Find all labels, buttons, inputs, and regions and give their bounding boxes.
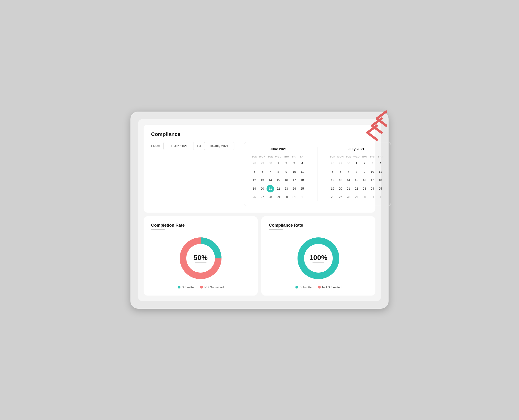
cal-day[interactable]: 24 [369,185,376,192]
cal-day[interactable]: 30 [361,193,368,201]
cal-day[interactable]: 29 [353,193,360,201]
cal-day[interactable]: 28 [267,193,274,201]
sun-header: SUN [251,154,258,159]
fri-header: FRI [290,154,298,159]
cal-day[interactable]: 19 [329,185,336,192]
cal-day[interactable]: 26 [251,193,258,201]
cal-day[interactable]: 15 [353,176,360,184]
to-label: TO [197,144,201,148]
cal-day[interactable]: 30 [282,193,290,201]
cal-day[interactable]: 16 [361,176,368,184]
cal-day[interactable]: 24 [290,185,298,192]
completion-rate-title: Completion Rate [151,223,185,228]
cal-day[interactable]: 4 [298,160,306,167]
from-date-input[interactable]: 30 Jun 2021 [163,142,194,150]
cal-day[interactable]: 17 [369,176,376,184]
cal-day[interactable]: 19 [251,185,258,192]
page-title: Compliance [151,131,368,137]
thu-header: THU [282,154,290,159]
cal-day[interactable]: 13 [337,176,344,184]
cal-day[interactable]: 7 [345,168,352,176]
completion-pct-underline [195,262,207,263]
calendar-june: June 2021 SUN MON TUE WED THU FRI SAT 28… [251,147,306,201]
submitted-dot [295,286,298,289]
cal-day[interactable]: 28 [345,193,352,201]
compliance-legend: Submitted Not Submitted [295,285,342,289]
cal-day[interactable]: 9 [282,168,290,176]
cal-day[interactable]: 22 [275,185,282,192]
cal-day[interactable]: 25 [298,185,306,192]
cal-day[interactable]: 6 [259,168,266,176]
cal-day[interactable]: 26 [329,193,336,201]
cal-day[interactable]: 20 [259,185,266,192]
cal-day[interactable]: 12 [251,176,258,184]
compliance-donut-label: 100% [310,253,327,263]
cal-day[interactable]: 23 [282,185,290,192]
compliance-donut-wrapper: 100% Submitted Not Submitted [269,235,368,289]
cal-day[interactable]: 18 [377,176,384,184]
cal-day[interactable]: 18 [298,176,306,184]
cal-day[interactable]: 28 [251,160,258,167]
compliance-submitted-legend: Submitted [295,285,313,289]
cal-day-selected[interactable]: 21 [267,185,274,192]
date-range: FROM 30 Jun 2021 TO 04 July 2021 [151,142,234,150]
june-title: June 2021 [251,147,306,151]
sun-header: SUN [329,154,336,159]
cal-day[interactable]: 3 [290,160,298,167]
main-content: Compliance FROM 30 Jun 2021 TO 04 July 2… [138,119,381,301]
cal-day[interactable]: 8 [275,168,282,176]
cal-day[interactable]: 27 [337,193,344,201]
completion-legend: Submitted Not Submitted [178,285,224,289]
sat-header: SAT [298,154,306,159]
cal-day[interactable]: 20 [337,185,344,192]
cal-day[interactable]: 5 [251,168,258,176]
cal-day[interactable]: 28 [329,160,336,167]
cal-day[interactable]: 25 [377,185,384,192]
cal-day[interactable]: 21 [345,185,352,192]
cal-day[interactable]: 11 [377,168,384,176]
cal-day[interactable]: 15 [275,176,282,184]
cal-day[interactable]: 2 [282,160,290,167]
cal-day[interactable]: 13 [259,176,266,184]
completion-submitted-legend: Submitted [178,285,196,289]
cal-day[interactable]: 1 [275,160,282,167]
cal-day[interactable]: 16 [282,176,290,184]
completion-rate-underline [151,229,165,230]
cal-day[interactable]: 9 [361,168,368,176]
cal-day[interactable]: 23 [361,185,368,192]
cal-day[interactable]: 8 [353,168,360,176]
cal-day[interactable]: 29 [259,160,266,167]
cal-day[interactable]: 31 [369,193,376,201]
cal-day[interactable]: 14 [345,176,352,184]
not-submitted-label: Not Submitted [204,285,224,289]
cal-day[interactable]: 1 [298,193,306,201]
cal-day[interactable]: 17 [290,176,298,184]
cal-day[interactable]: 1 [377,193,384,201]
cal-day[interactable]: 30 [345,160,352,167]
cal-day[interactable]: 27 [259,193,266,201]
mon-header: MON [337,154,344,159]
compliance-rate-title: Compliance Rate [269,223,303,228]
cal-day[interactable]: 14 [267,176,274,184]
cal-day[interactable]: 22 [353,185,360,192]
cal-day[interactable]: 2 [361,160,368,167]
to-date-input[interactable]: 04 July 2021 [204,142,234,150]
cal-day[interactable]: 10 [290,168,298,176]
from-label: FROM [151,144,161,148]
cal-day[interactable]: 10 [369,168,376,176]
wed-header: WED [353,154,360,159]
cal-day[interactable]: 7 [267,168,274,176]
cal-day[interactable]: 4 [377,160,384,167]
cal-day[interactable]: 31 [290,193,298,201]
submitted-label: Submitted [300,285,313,289]
cal-day[interactable]: 6 [337,168,344,176]
cal-day[interactable]: 30 [267,160,274,167]
cal-day[interactable]: 3 [369,160,376,167]
cal-day[interactable]: 1 [353,160,360,167]
july-title: July 2021 [329,147,384,151]
cal-day[interactable]: 29 [275,193,282,201]
cal-day[interactable]: 5 [329,168,336,176]
cal-day[interactable]: 29 [337,160,344,167]
cal-day[interactable]: 12 [329,176,336,184]
cal-day[interactable]: 11 [298,168,306,176]
